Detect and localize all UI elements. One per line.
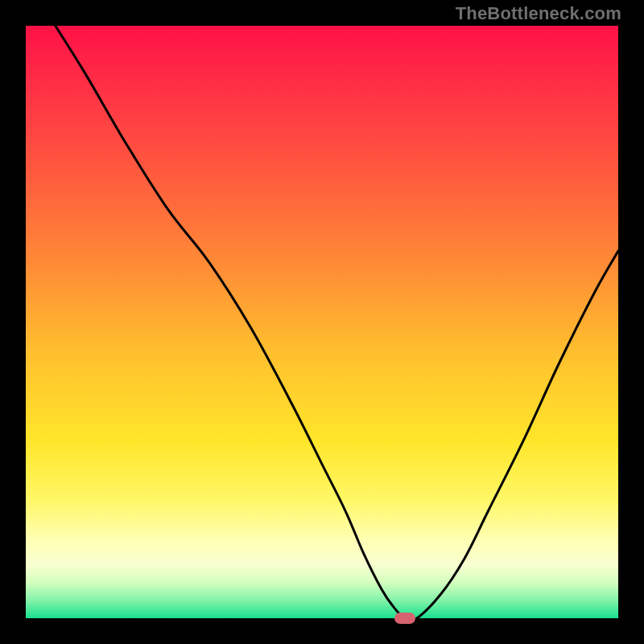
- chart-container: [26, 26, 618, 618]
- watermark-label: TheBottleneck.com: [456, 3, 621, 24]
- chart-gradient-bg: [26, 26, 618, 618]
- optimal-point-marker: [394, 613, 415, 624]
- bottleneck-chart: [26, 26, 618, 618]
